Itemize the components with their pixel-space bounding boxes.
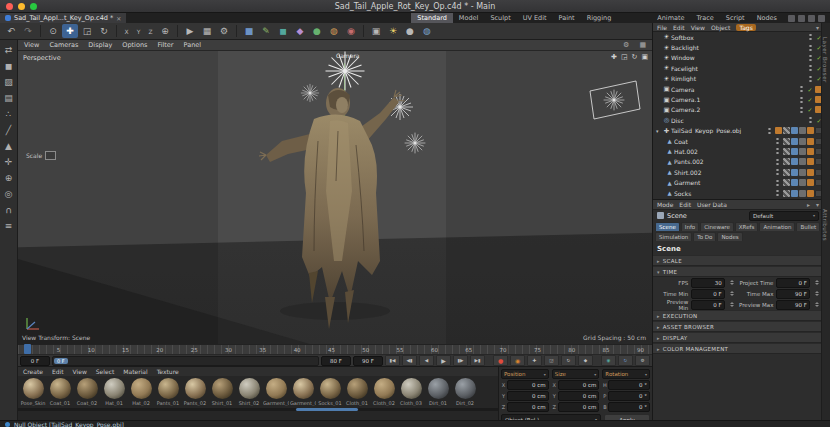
view-label[interactable]: Perspective (23, 54, 61, 62)
object-row-coat[interactable]: ▲Coat (653, 136, 823, 146)
undo-icon[interactable]: ↶ (3, 24, 19, 38)
hud-scale[interactable]: Scale (26, 151, 56, 160)
preset-dropdown[interactable]: Default▾ (749, 211, 819, 221)
visibility-dots-icon[interactable] (775, 137, 780, 145)
object-row-hat[interactable]: ▲Hat.002 (653, 146, 823, 156)
project-time-field[interactable]: 0 F (776, 278, 810, 288)
play-button[interactable]: ▶ (436, 355, 451, 366)
layout-tab-uvedit[interactable]: UV Edit (517, 13, 553, 23)
am-menu-edit[interactable]: Edit (679, 201, 691, 208)
goto-start-button[interactable]: ▮◀ (385, 355, 400, 366)
am-history-icon[interactable]: ▸ (807, 201, 810, 208)
record-keyframe-button[interactable]: ● (493, 355, 508, 366)
visibility-dots-icon[interactable] (775, 158, 780, 166)
timeline-ruler[interactable]: 0 5 10 15 20 25 30 35 40 45 50 55 60 65 … (18, 344, 652, 354)
current-frame-handle[interactable]: 0 F (54, 358, 68, 364)
material-item[interactable]: Cloth_01 (344, 378, 370, 406)
visibility-dots-icon[interactable] (775, 168, 780, 176)
viewport-grid-icon[interactable]: ▦ (639, 41, 646, 49)
material-menu-edit[interactable]: Edit (52, 368, 64, 375)
prev-key-button[interactable]: ◀▮ (402, 355, 417, 366)
render-settings-icon[interactable]: ⚙ (216, 24, 232, 38)
phong-tag-icon[interactable] (791, 179, 798, 186)
rotation-h-field[interactable]: 0 ° (608, 380, 650, 390)
material-add-icon[interactable]: ● (402, 24, 418, 38)
material-item[interactable]: Cloth_03 (398, 378, 424, 406)
material-item[interactable]: Shirt_02 (236, 378, 262, 406)
visibility-dots-icon[interactable] (808, 75, 813, 83)
preview-range-slider[interactable]: 0 F (52, 356, 319, 366)
material-item[interactable]: Coat_01 (47, 378, 73, 406)
fps-field[interactable]: 30 (691, 278, 725, 288)
spinner-icon[interactable] (730, 291, 734, 296)
next-frame-button[interactable]: ▮▶ (453, 355, 468, 366)
visibility-dots-icon[interactable] (767, 127, 772, 135)
camera-add-icon[interactable]: ▣ (368, 24, 384, 38)
size-x-field[interactable]: 0 cm (558, 380, 600, 390)
am-menu-userdata[interactable]: User Data (697, 201, 727, 208)
material-item[interactable]: Shirt_01 (209, 378, 235, 406)
phong-tag-icon[interactable] (791, 148, 798, 155)
close-tab-icon[interactable]: ✕ (116, 15, 121, 22)
layout-icon-2[interactable] (798, 15, 805, 22)
rotate-view-icon[interactable]: ↻ (632, 53, 638, 61)
record-rotation-button[interactable]: ↻ (561, 355, 576, 366)
material-item[interactable]: Garment_01 (263, 378, 289, 406)
position-y-field[interactable]: 0 cm (507, 391, 549, 401)
object-row-backlight[interactable]: ☀Backlight✓ (653, 42, 823, 52)
om-menu-view[interactable]: View (691, 24, 705, 31)
tab-simulation[interactable]: Simulation (655, 232, 692, 241)
layout-tab-paint[interactable]: Paint (553, 13, 581, 23)
material-menu-material[interactable]: Material (123, 368, 147, 375)
quantize-icon[interactable]: ≡ (1, 219, 16, 233)
scale-tool-icon[interactable]: ◲ (79, 24, 95, 38)
preview-max-field[interactable]: 90 F (776, 300, 810, 310)
edges-mode-icon[interactable]: ╱ (1, 123, 16, 137)
tab-todo[interactable]: To Do (693, 232, 716, 241)
layout-icon-4[interactable] (818, 15, 825, 22)
object-row-tailsad[interactable]: ▾✚TailSad_Keyop_Pose.obj (653, 126, 823, 136)
object-row-disc[interactable]: ◎Disc✓ (653, 115, 823, 125)
rotate-tool-icon[interactable]: ↻ (96, 24, 112, 38)
viewport-menu-options[interactable]: Options (122, 41, 147, 49)
tag-icon[interactable] (807, 127, 814, 134)
timeline-settings-icon[interactable]: ⚙ (635, 355, 650, 366)
enabled-check-icon[interactable]: ✓ (806, 106, 814, 113)
visibility-dots-icon[interactable] (808, 116, 813, 124)
vis ibility-dots-icon[interactable] (799, 96, 804, 104)
record-position-button[interactable]: ✚ (527, 355, 542, 366)
sky-icon[interactable]: ◍ (419, 24, 435, 38)
tag-icon[interactable] (799, 158, 806, 165)
enable-axis-icon[interactable]: ⊕ (1, 171, 16, 185)
loop-mode-icon[interactable]: ↻ (618, 355, 633, 366)
object-row-rimlight[interactable]: ☀Rimlight✓ (653, 74, 823, 84)
make-editable-icon[interactable]: ⇄ (1, 43, 16, 57)
layout-icon-3[interactable] (808, 15, 815, 22)
layout-tab-script[interactable]: Script (720, 13, 751, 23)
section-time[interactable]: ▾ TIME (653, 266, 823, 277)
light-add-icon[interactable]: ☀ (385, 24, 401, 38)
uvw-tag-icon[interactable] (783, 190, 790, 197)
viewport-canvas[interactable]: Camera Perspective Scale ✚ ◲ ↻ ▣ View Tr… (18, 51, 652, 344)
mograph-icon[interactable]: ● (309, 24, 325, 38)
range-start-field[interactable]: 0 F (20, 356, 50, 366)
tab-info[interactable]: Info (681, 222, 699, 231)
texture-mode-icon[interactable]: ▨ (1, 75, 16, 89)
camera-null-label[interactable]: Camera (336, 52, 360, 59)
live-selection-icon[interactable]: ⊙ (45, 24, 61, 38)
tag-icon[interactable] (799, 179, 806, 186)
section-asset-browser[interactable]: ▸ ASSET BROWSER (653, 321, 823, 332)
size-y-field[interactable]: 0 cm (558, 391, 600, 401)
spinner-icon[interactable] (815, 291, 819, 296)
tab-xrefs[interactable]: XRefs (735, 222, 759, 231)
material-tag-icon[interactable] (807, 158, 814, 165)
object-row-socks[interactable]: ▲Socks (653, 188, 823, 198)
material-menu-texture[interactable]: Texture (157, 368, 179, 375)
material-item[interactable]: Coat_02 (74, 378, 100, 406)
position-x-field[interactable]: 0 cm (507, 380, 549, 390)
spinner-icon[interactable] (730, 280, 734, 285)
visibility-dots-icon[interactable] (775, 189, 780, 197)
layout-tab-rigging[interactable]: Rigging (581, 13, 618, 23)
viewport-menu-panel[interactable]: Panel (184, 41, 202, 49)
polygons-mode-icon[interactable]: ▲ (1, 139, 16, 153)
